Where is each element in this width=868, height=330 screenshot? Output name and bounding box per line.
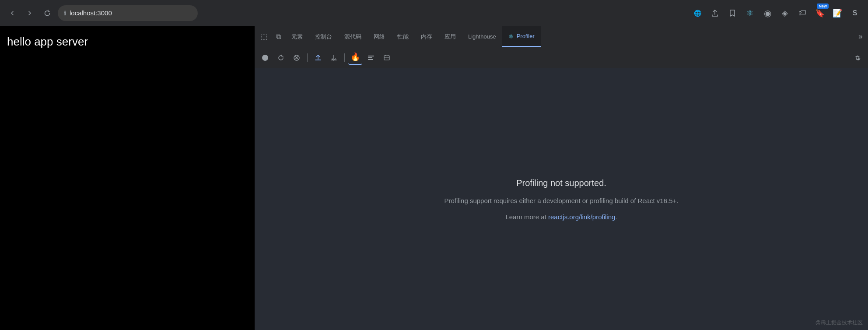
- address-bar[interactable]: ℹ localhost:3000: [58, 5, 198, 21]
- profiling-link[interactable]: reactjs.org/link/profiling: [548, 213, 615, 221]
- tab-lighthouse[interactable]: Lighthouse: [462, 26, 502, 47]
- react-devtools-button[interactable]: ⚛: [742, 5, 758, 21]
- svg-text:🌐: 🌐: [694, 10, 702, 17]
- inspect-icon: ⧉: [276, 33, 281, 41]
- download-button[interactable]: [327, 51, 341, 65]
- main-layout: hello app server ⬚ ⧉ 元素 控制台 源代码 网络: [0, 26, 868, 330]
- forward-button[interactable]: [23, 6, 37, 20]
- watermark: @稀土掘金技术社区: [816, 319, 863, 326]
- profiler-toolbar: 🔥: [255, 47, 868, 68]
- profiling-description: Profiling support requires either a deve…: [444, 197, 679, 204]
- tab-sources-label: 源代码: [344, 33, 361, 41]
- share-button[interactable]: [707, 5, 723, 21]
- tab-memory-label: 内存: [421, 33, 432, 41]
- profiler-react-icon: ⚛: [508, 33, 514, 40]
- more-tabs-button[interactable]: »: [855, 26, 866, 47]
- tab-application-label: 应用: [444, 33, 456, 41]
- tab-performance-label: 性能: [397, 33, 409, 41]
- url-text: localhost:3000: [70, 9, 112, 17]
- profiler-main-content: Profiling not supported. Profiling suppo…: [255, 68, 868, 330]
- tab-elements-label: 元素: [291, 33, 303, 41]
- page-content: hello app server: [0, 26, 255, 330]
- record-button[interactable]: [258, 51, 272, 65]
- tab-lighthouse-label: Lighthouse: [468, 33, 496, 40]
- tab-pointer[interactable]: ⬚: [256, 26, 272, 47]
- tab-console[interactable]: 控制台: [309, 26, 338, 47]
- svg-rect-6: [368, 57, 372, 58]
- settings-button[interactable]: [850, 51, 864, 65]
- translate-button[interactable]: 🌐: [690, 5, 705, 21]
- reload-profile-button[interactable]: [274, 51, 288, 65]
- s-button[interactable]: S: [847, 5, 863, 21]
- browser-chrome: ℹ localhost:3000 🌐 ⚛ ◉ ◈ 🏷 🔖 New 📝 S: [0, 0, 868, 26]
- upload-button[interactable]: [311, 51, 325, 65]
- svg-rect-5: [368, 56, 374, 56]
- bookmark-button[interactable]: [724, 5, 740, 21]
- tab-network-label: 网络: [374, 33, 385, 41]
- extension-new-button[interactable]: 🔖 New: [812, 5, 828, 21]
- back-button[interactable]: [5, 6, 19, 20]
- page-title: hello app server: [0, 26, 255, 57]
- toolbar-separator-1: [307, 53, 308, 62]
- proton-button[interactable]: ◈: [777, 5, 793, 21]
- devtools-tabs: ⬚ ⧉ 元素 控制台 源代码 网络 性能 内存: [255, 26, 868, 47]
- tab-performance[interactable]: 性能: [391, 26, 415, 47]
- tab-profiler-label: Profiler: [517, 33, 535, 39]
- toolbar-separator-2: [344, 53, 345, 62]
- flame-chart-button[interactable]: 🔥: [348, 51, 362, 65]
- svg-rect-7: [368, 59, 373, 60]
- notes-button[interactable]: 📝: [830, 5, 845, 21]
- tab-memory[interactable]: 内存: [415, 26, 438, 47]
- svg-point-1: [262, 55, 268, 61]
- devtools-panel: ⬚ ⧉ 元素 控制台 源代码 网络 性能 内存: [255, 26, 868, 330]
- bookmark2-button[interactable]: 🏷: [794, 5, 810, 21]
- tab-profiler[interactable]: ⚛ Profiler: [502, 26, 541, 47]
- timeline-button[interactable]: [380, 51, 394, 65]
- tab-network[interactable]: 网络: [368, 26, 391, 47]
- security-icon: ℹ: [64, 10, 66, 17]
- learn-more-prefix: Learn more at: [505, 213, 548, 221]
- pointer-icon: ⬚: [261, 32, 267, 41]
- svg-rect-8: [384, 56, 389, 60]
- profiling-not-supported-title: Profiling not supported.: [516, 178, 606, 188]
- tab-sources[interactable]: 源代码: [338, 26, 368, 47]
- tab-console-label: 控制台: [315, 33, 332, 41]
- new-badge: New: [817, 4, 829, 9]
- tab-elements[interactable]: 元素: [285, 26, 309, 47]
- profiling-learn-more: Learn more at reactjs.org/link/profiling…: [505, 213, 617, 221]
- ranked-chart-button[interactable]: [364, 51, 378, 65]
- learn-more-suffix: .: [615, 213, 617, 221]
- browser-actions: 🌐 ⚛ ◉ ◈ 🏷 🔖 New 📝 S: [690, 5, 863, 21]
- reload-button[interactable]: [40, 6, 54, 20]
- circle-button[interactable]: ◉: [760, 5, 775, 21]
- tab-application[interactable]: 应用: [438, 26, 462, 47]
- tab-inspect[interactable]: ⧉: [272, 26, 285, 47]
- stop-button[interactable]: [290, 51, 304, 65]
